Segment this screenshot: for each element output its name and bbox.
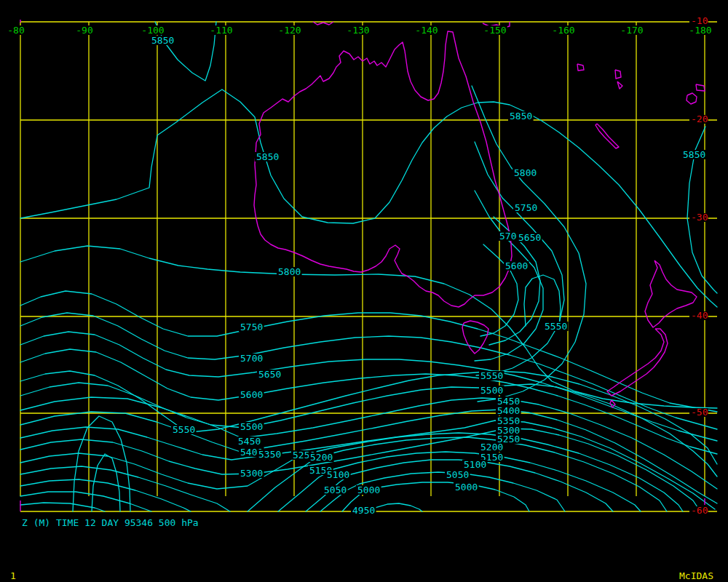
- svg-text:5750: 5750: [240, 322, 263, 332]
- svg-text:5000: 5000: [357, 485, 380, 495]
- latitude-label--40: -40: [689, 310, 708, 321]
- contour-label-5750: 5750: [513, 202, 539, 213]
- svg-text:-40: -40: [691, 310, 708, 321]
- contour-label-5350: 5350: [257, 449, 282, 460]
- contour-label-5200: 5200: [309, 452, 334, 463]
- svg-text:5100: 5100: [464, 459, 486, 470]
- latitude-label--20: -20: [689, 113, 708, 124]
- svg-text:-20: -20: [691, 113, 708, 124]
- contour-label-5850: 5850: [508, 111, 534, 121]
- latitude-label--50: -50: [689, 407, 708, 418]
- svg-text:5400: 5400: [497, 405, 520, 416]
- longitude-label--90: -90: [75, 25, 94, 36]
- frame-number: 1: [10, 570, 16, 581]
- longitude-label--120: -120: [277, 25, 302, 36]
- contour-label-5600: 5600: [504, 260, 529, 271]
- svg-text:5550: 5550: [480, 370, 503, 381]
- contour-label-5650: 5650: [257, 369, 282, 380]
- svg-text:5700: 5700: [240, 353, 263, 364]
- contour-5550: [20, 371, 717, 464]
- coastline-nz-north-island: [645, 260, 697, 327]
- contour-label-5550: 5550: [171, 424, 197, 435]
- contour-label-5850: 5850: [255, 151, 280, 162]
- contour-5800: [472, 86, 586, 402]
- contour-label-5400: 5400: [496, 405, 521, 416]
- contour-label-5700: 5700: [239, 353, 264, 364]
- contour-label-5850: 5850: [681, 149, 707, 160]
- coastline-nz-south-island: [607, 329, 668, 396]
- contour-label-5450: 5450: [237, 436, 262, 447]
- contour-label-5500: 5500: [479, 385, 505, 396]
- height-contours: [20, 22, 717, 511]
- svg-text:5300: 5300: [240, 468, 263, 479]
- contour-label-5850: 5850: [150, 35, 175, 46]
- svg-text:5100: 5100: [327, 469, 349, 480]
- svg-text:-180: -180: [689, 25, 711, 36]
- longitude-labels: -80-90-100-110-120-130-140-150-160-170-1…: [7, 25, 713, 36]
- svg-text:5800: 5800: [514, 167, 537, 178]
- contour-5650: [20, 332, 717, 441]
- svg-text:5550: 5550: [545, 321, 567, 332]
- contour-5450: [20, 397, 717, 489]
- contour-label-5750: 5750: [239, 322, 264, 332]
- svg-text:5750: 5750: [515, 202, 537, 213]
- contour-5550: [524, 275, 561, 326]
- contour-label-5100: 5100: [325, 469, 351, 480]
- svg-text:-30: -30: [691, 212, 708, 223]
- contour-label-5050: 5050: [445, 469, 470, 480]
- svg-text:-130: -130: [347, 25, 369, 36]
- contour-label-5600: 5600: [239, 389, 264, 400]
- contour-label-5000: 5000: [356, 485, 381, 495]
- contour-label-5100: 5100: [462, 459, 488, 470]
- svg-text:-160: -160: [552, 25, 574, 36]
- longitude-label--80: -80: [7, 25, 25, 36]
- coastline-island-2: [615, 70, 621, 79]
- svg-text:5600: 5600: [505, 260, 528, 271]
- app-name-label: McIDAS: [679, 570, 713, 581]
- contour-label-5300: 5300: [239, 468, 264, 479]
- longitude-label--160: -160: [551, 25, 576, 36]
- coastline-island-5: [696, 84, 705, 91]
- contour-5150: [20, 479, 191, 511]
- svg-text:5850: 5850: [151, 35, 174, 46]
- longitude-label--110: -110: [209, 25, 234, 36]
- contour-label-5000: 5000: [454, 482, 479, 493]
- contour-4950: [370, 503, 422, 511]
- svg-text:5800: 5800: [278, 266, 301, 277]
- svg-text:5550: 5550: [173, 424, 195, 435]
- svg-text:5500: 5500: [240, 421, 263, 432]
- longitude-label--150: -150: [483, 25, 507, 36]
- contour-label-5800: 5800: [277, 266, 302, 277]
- svg-text:5050: 5050: [324, 485, 347, 495]
- svg-text:5500: 5500: [480, 385, 503, 396]
- svg-text:-110: -110: [210, 25, 232, 36]
- weather-map-canvas[interactable]: 5850585058505850580057505700565056005800…: [0, 0, 728, 582]
- svg-text:5450: 5450: [238, 436, 261, 447]
- svg-text:5650: 5650: [258, 369, 281, 380]
- contour-label-5200: 5200: [479, 442, 505, 453]
- contour-5700: [20, 313, 717, 429]
- longitude-label--180: -180: [688, 25, 713, 36]
- longitude-label--140: -140: [414, 25, 439, 36]
- svg-text:5850: 5850: [683, 149, 705, 160]
- contour-label-5550: 5550: [543, 321, 569, 332]
- svg-text:4950: 4950: [352, 505, 375, 516]
- longitude-label--130: -130: [346, 25, 371, 36]
- longitude-label--170: -170: [620, 25, 644, 36]
- svg-text:5050: 5050: [446, 469, 469, 480]
- contour-5100: [20, 492, 151, 511]
- contour-label-5050: 5050: [323, 485, 348, 495]
- contour-5200: [20, 466, 230, 511]
- svg-text:-120: -120: [278, 25, 301, 36]
- latitude-label--60: -60: [689, 505, 708, 516]
- svg-text:5200: 5200: [480, 442, 503, 453]
- mcidas-display: 5850585058505850580057505700565056005800…: [0, 0, 728, 582]
- svg-text:-100: -100: [141, 25, 164, 36]
- svg-text:-90: -90: [76, 25, 92, 36]
- contour-label-5550: 5550: [479, 370, 505, 381]
- longitude-label--100: -100: [141, 25, 165, 36]
- svg-text:5650: 5650: [518, 232, 541, 243]
- svg-text:5350: 5350: [258, 449, 281, 460]
- svg-text:5850: 5850: [256, 151, 279, 162]
- svg-text:-150: -150: [483, 25, 506, 36]
